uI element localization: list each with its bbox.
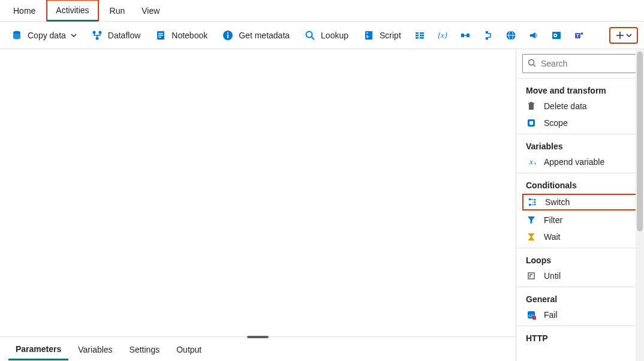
activities-toolbar: Copy data Dataflow Notebook Get metadata… [0,22,644,49]
svg-rect-47 [529,204,531,206]
lookup-button[interactable]: Lookup [299,27,353,44]
tab-home[interactable]: Home [5,1,44,20]
svg-rect-51 [528,273,534,279]
svg-rect-13 [365,31,372,40]
add-activity-button[interactable] [609,27,638,44]
notebook-button[interactable]: Notebook [150,27,212,44]
pipeline-canvas[interactable]: Parameters Variables Settings Output [0,49,516,361]
bottom-tab-bar: Parameters Variables Settings Output [0,338,209,361]
info-icon [222,29,234,41]
toolbar-icon-3[interactable] [456,26,474,44]
copy-data-label: Copy data [28,31,66,40]
search-field[interactable] [522,54,638,73]
item-until[interactable]: Until [516,267,644,284]
svg-line-38 [534,64,536,67]
until-icon [526,271,537,281]
script-icon [363,29,375,41]
section-header: Variables [516,137,644,154]
section-general: General </> Fail [516,287,644,326]
svg-rect-16 [416,37,419,39]
section-variables: Variables x+ Append variable [516,134,644,173]
item-label: Until [544,271,561,281]
item-scope[interactable]: Scope [516,115,644,131]
item-switch[interactable]: Switch [522,194,638,210]
svg-rect-15 [416,35,419,37]
svg-text:+: + [534,161,536,167]
item-wait[interactable]: Wait [516,228,644,245]
trash-icon [526,101,537,111]
svg-text:x: x [529,157,533,166]
svg-rect-17 [420,32,424,34]
dataflow-icon [91,29,103,41]
search-icon [304,29,316,41]
svg-point-31 [554,34,556,36]
variable-icon[interactable]: {x} [434,26,452,44]
svg-rect-14 [416,32,419,34]
bottom-tab-output[interactable]: Output [169,340,209,359]
top-tab-bar: Home Activities Run View [0,0,644,22]
svg-rect-5 [158,33,163,34]
tab-activities[interactable]: Activities [46,0,98,22]
bottom-tab-variables[interactable]: Variables [71,340,119,359]
get-metadata-label: Get metadata [239,31,290,40]
item-label: Wait [544,232,560,242]
item-label: Delete data [544,101,587,111]
fail-icon: </> [526,310,537,320]
section-header: Conditionals [516,176,644,192]
svg-rect-39 [529,104,534,110]
svg-text:T: T [576,33,579,38]
svg-rect-24 [486,31,488,34]
section-loops: Loops Until [516,248,644,287]
item-label: Append variable [544,157,604,167]
section-conditionals: Conditionals Switch Filter Wait [516,173,644,248]
svg-rect-7 [158,37,161,38]
activities-panel: Move and transform Delete data Scope Var… [516,49,644,361]
section-move-transform: Move and transform Delete data Scope [516,78,644,134]
svg-point-10 [227,32,228,33]
globe-icon[interactable] [502,26,520,44]
item-fail[interactable]: </> Fail [516,306,644,323]
tab-view[interactable]: View [133,1,168,20]
bottom-tab-parameters[interactable]: Parameters [8,339,68,360]
copy-data-icon [11,29,23,41]
svg-rect-6 [158,35,163,36]
svg-point-48 [534,199,536,201]
svg-point-11 [306,31,312,37]
section-header: General [516,290,644,306]
svg-line-12 [312,37,315,40]
resize-handle[interactable] [247,336,269,338]
outlook-icon[interactable] [547,26,565,44]
scrollbar-thumb[interactable] [637,52,643,231]
svg-rect-43 [529,121,533,125]
item-append-variable[interactable]: x+ Append variable [516,154,644,170]
svg-point-1 [92,31,95,34]
notebook-icon [155,29,167,41]
item-label: Scope [544,118,568,128]
tab-run[interactable]: Run [101,1,134,20]
script-label: Script [380,31,401,40]
item-label: Filter [544,215,562,225]
section-header: HTTP [516,329,644,345]
copy-data-button[interactable]: Copy data [6,27,82,44]
script-button[interactable]: Script [358,27,406,44]
switch-icon [527,197,538,207]
svg-point-37 [529,59,534,65]
chevron-down-icon [626,32,632,38]
toolbar-icon-1[interactable] [411,26,429,44]
get-metadata-button[interactable]: Get metadata [217,27,294,44]
item-delete-data[interactable]: Delete data [516,98,644,115]
megaphone-icon[interactable] [525,26,543,44]
item-filter[interactable]: Filter [516,212,644,228]
svg-rect-21 [461,34,464,37]
scrollbar[interactable] [636,49,644,361]
toolbar-icon-4[interactable] [479,26,497,44]
teams-icon[interactable]: T [570,26,588,44]
search-input[interactable] [541,59,644,68]
svg-point-50 [534,204,536,206]
section-header: Move and transform [516,81,644,98]
svg-point-3 [95,37,98,40]
section-http: HTTP [516,326,644,348]
bottom-tab-settings[interactable]: Settings [122,340,167,359]
section-header: Loops [516,251,644,267]
dataflow-button[interactable]: Dataflow [86,27,145,44]
